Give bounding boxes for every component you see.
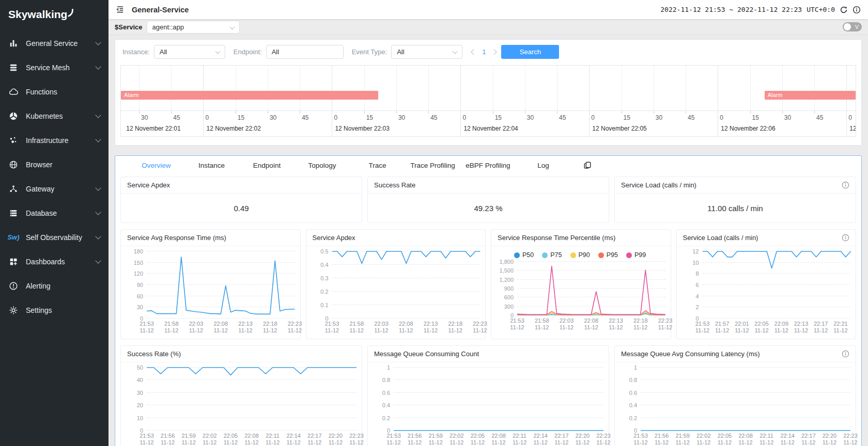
legend-item-p99[interactable]: P99 bbox=[626, 251, 646, 259]
info-icon[interactable] bbox=[842, 181, 849, 189]
tab-instance[interactable]: Instance bbox=[184, 162, 239, 169]
filter-select-event-type[interactable]: All bbox=[391, 45, 462, 59]
chart-legend: P50P75P90P95P99 bbox=[494, 251, 665, 262]
tab-trace-profiling[interactable]: Trace Profiling bbox=[405, 162, 460, 169]
version-toggle[interactable]: V bbox=[843, 22, 862, 31]
info-icon[interactable] bbox=[842, 234, 849, 242]
sidebar-item-general-service[interactable]: General Service bbox=[0, 31, 109, 55]
y-tick-label: 0.4 bbox=[629, 402, 637, 408]
chart-x-axis: 21:5311-1221:5711-1222:0111-1222:0511-12… bbox=[703, 321, 851, 338]
refresh-icon[interactable] bbox=[840, 6, 848, 14]
sidebar-item-database[interactable]: Database bbox=[0, 201, 109, 225]
timeline-minute-border bbox=[332, 122, 332, 136]
x-tick-label: 22:1811-12 bbox=[448, 321, 462, 334]
tab-endpoint[interactable]: Endpoint bbox=[239, 162, 295, 169]
sidebar-item-gateway[interactable]: Gateway bbox=[0, 177, 109, 201]
infrastructure-icon bbox=[8, 135, 19, 146]
copy-icon[interactable] bbox=[583, 161, 592, 169]
y-tick-label: 0.3 bbox=[320, 275, 328, 281]
time-range[interactable]: 2022-11-12 21:53 ~ 2022-11-12 22:23 bbox=[660, 6, 802, 13]
alarm-bar[interactable]: Alarm bbox=[121, 91, 378, 100]
search-button[interactable]: Search bbox=[501, 45, 559, 59]
x-tick-label: 22:2311-12 bbox=[288, 321, 302, 334]
sidebar-collapse-icon[interactable] bbox=[116, 5, 125, 14]
timeline-minute-border bbox=[589, 122, 590, 136]
sidebar-item-service-mesh[interactable]: Service Mesh bbox=[0, 55, 109, 79]
y-tick-label: 1,800 bbox=[499, 259, 514, 265]
tab-trace[interactable]: Trace bbox=[350, 162, 405, 169]
event-timeline[interactable]: AlarmAlarm 30450153045015304501530450153… bbox=[120, 65, 856, 137]
tab-topology[interactable]: Topology bbox=[295, 162, 350, 169]
tab-ebpf-profiling[interactable]: eBPF Profiling bbox=[460, 162, 516, 169]
alert-icon bbox=[8, 281, 19, 291]
timeline-tick-mark bbox=[654, 111, 654, 114]
x-tick-label: 22:1411-12 bbox=[533, 433, 548, 446]
legend-item-p75[interactable]: P75 bbox=[542, 251, 562, 259]
x-tick-label: 21:5911-12 bbox=[675, 433, 690, 446]
legend-dot bbox=[626, 252, 632, 258]
y-tick-label: 20 bbox=[137, 402, 143, 408]
info-icon[interactable] bbox=[842, 350, 849, 358]
x-tick-label: 22:1311-12 bbox=[794, 321, 809, 334]
legend-item-p90[interactable]: P90 bbox=[570, 251, 590, 259]
y-tick-label: 30 bbox=[137, 390, 143, 396]
x-tick-label: 21:5311-12 bbox=[325, 321, 339, 334]
x-tick-label: 22:0211-12 bbox=[203, 433, 217, 446]
sidebar-item-label: Dashboards bbox=[26, 258, 96, 266]
x-tick-label: 22:0311-12 bbox=[374, 321, 389, 334]
sw-icon: Sw) bbox=[8, 232, 19, 243]
sidebar-item-self-observability[interactable]: Sw)Self Observability bbox=[0, 225, 109, 249]
service-select[interactable]: agent::app bbox=[147, 21, 240, 34]
skywalking-logo[interactable]: Skywalking bbox=[0, 0, 109, 31]
sidebar-item-settings[interactable]: Settings bbox=[0, 298, 109, 322]
y-tick-label: 0.8 bbox=[382, 377, 390, 383]
metric-card-success-rate: Success Rate 49.23 % bbox=[367, 177, 609, 223]
timeline-tick-mark bbox=[814, 111, 815, 114]
x-tick-label: 22:0511-12 bbox=[754, 321, 769, 334]
y-tick-label: 180 bbox=[134, 248, 143, 254]
x-tick-label: 21:5311-12 bbox=[633, 433, 648, 446]
timeline-tick-label: 15 bbox=[238, 114, 244, 121]
filter-value: All bbox=[160, 48, 167, 56]
chart-plot-area bbox=[641, 368, 850, 431]
sidebar-item-kubernetes[interactable]: Kubernetes bbox=[0, 104, 109, 128]
timeline-tick-label: 0 bbox=[334, 114, 337, 121]
sidebar-item-infrastructure[interactable]: Infrastructure bbox=[0, 128, 109, 152]
chevron-down-icon bbox=[229, 24, 235, 29]
sidebar-item-functions[interactable]: Functions bbox=[0, 79, 109, 104]
sidebar-item-alerting[interactable]: Alerting bbox=[0, 274, 109, 298]
x-tick-label: 22:0811-12 bbox=[399, 321, 413, 334]
timezone[interactable]: UTC+0:0 bbox=[807, 6, 835, 13]
content: Instance:AllEndpoint:AllEvent Type:All 1… bbox=[109, 35, 868, 446]
prev-page-icon[interactable] bbox=[471, 49, 476, 55]
tabs-items: OverviewInstanceEndpointTopologyTraceTra… bbox=[129, 162, 571, 169]
alarm-bar[interactable]: Alarm bbox=[765, 91, 856, 100]
filter-select-endpoint[interactable]: All bbox=[266, 45, 344, 59]
sidebar-item-dashboards[interactable]: Dashboards bbox=[0, 249, 109, 274]
series-line-apdex bbox=[332, 251, 481, 263]
cloud-icon bbox=[8, 87, 19, 97]
chevron-down-icon bbox=[215, 49, 220, 54]
tab-overview[interactable]: Overview bbox=[129, 162, 184, 169]
y-tick-label: 1 bbox=[387, 364, 390, 371]
timeline-gridline bbox=[589, 66, 590, 110]
page-number[interactable]: 1 bbox=[482, 48, 486, 56]
legend-item-p50[interactable]: P50 bbox=[514, 251, 534, 259]
chevron-down-icon bbox=[95, 136, 101, 142]
timeline-minute-border bbox=[846, 122, 847, 136]
filter-select-instance[interactable]: All bbox=[154, 45, 225, 59]
sidebar-item-browser[interactable]: Browser bbox=[0, 152, 109, 177]
next-page-icon[interactable] bbox=[491, 49, 497, 55]
logo-swoosh-icon bbox=[68, 7, 75, 20]
chevron-down-icon bbox=[95, 63, 101, 69]
y-tick-label: 2 bbox=[695, 304, 699, 310]
charts-row-1: Service Avg Response Time (ms)0306090120… bbox=[120, 229, 856, 339]
chart-card-service-apdex: Service Apdex00.10.20.30.40.521:5311-122… bbox=[306, 229, 486, 339]
timeline-tick-label: 30 bbox=[141, 114, 148, 121]
chart-y-axis: 0306090120150180 bbox=[124, 251, 147, 318]
info-icon[interactable] bbox=[853, 6, 861, 14]
legend-item-p95[interactable]: P95 bbox=[598, 251, 618, 259]
timeline-gridline bbox=[782, 66, 783, 110]
x-tick-label: 21:5911-12 bbox=[181, 433, 196, 446]
tab-log[interactable]: Log bbox=[516, 162, 571, 169]
